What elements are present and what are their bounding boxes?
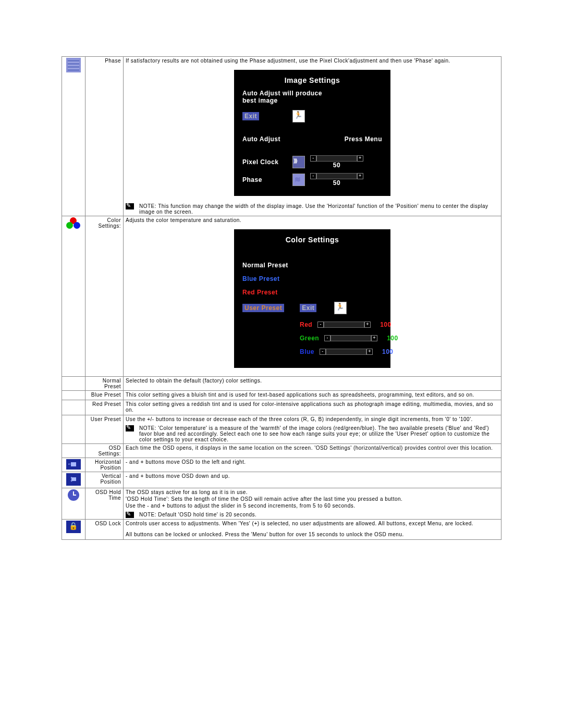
color-icon (66, 217, 81, 229)
pixelclock-icon (292, 156, 305, 168)
osd1-title: Image Settings (242, 76, 382, 90)
osd1-press: Press Menu (345, 135, 382, 143)
osd-text: Each time the OSD opens, it displays in … (126, 445, 499, 451)
note-icon (126, 203, 134, 209)
phase-slider: -+ 50 (310, 173, 363, 187)
lock-t1: Controls user access to adjustments. Whe… (126, 521, 499, 526)
spec-table: Phase If satisfactory results are not ob… (62, 56, 501, 540)
osd2-rv: 100 (380, 321, 391, 328)
osd2-exit: Exit (300, 304, 316, 312)
phase-note: NOTE: This function may change the width… (139, 203, 499, 215)
user-note: NOTE: 'Color temperature' is a measure o… (139, 425, 499, 442)
hold-t2: 'OSD Hold Time': Sets the length of time… (126, 496, 499, 502)
blue-text: This color setting gives a bluish tint a… (126, 392, 499, 398)
lock-label: OSD Lock (85, 520, 124, 540)
osd2-normal: Normal Preset (242, 262, 288, 269)
red-text: This color setting gives a reddish tint … (126, 401, 499, 413)
phase-mini-icon (292, 174, 305, 186)
osd2-b: Blue (300, 348, 314, 355)
osd2-gv: 100 (387, 335, 398, 342)
exit-icon (292, 110, 305, 122)
osd2-user: User Preset (242, 304, 284, 312)
phase-icon (66, 58, 81, 72)
image-settings-osd: Image Settings Auto Adjust will produce … (234, 70, 390, 196)
osd2-g: Green (300, 335, 319, 342)
hold-t3: Use the - and + buttons to adjust the sl… (126, 503, 499, 509)
osd2-r: Red (300, 321, 312, 328)
osd1-msg2: best image (242, 97, 382, 104)
osd1-exit: Exit (242, 112, 259, 120)
red-label: Red Preset (85, 400, 124, 415)
hpos-icon (66, 459, 81, 470)
osd1-auto: Auto Adjust (242, 135, 287, 143)
vpos-icon (66, 473, 81, 486)
normal-label: Normal Preset (85, 377, 124, 391)
osd2-title: Color Settings (242, 236, 382, 249)
hold-note: NOTE: Default 'OSD hold time' is 20 seco… (139, 512, 256, 518)
clock-icon (68, 489, 79, 501)
normal-text: Selected to obtain the default (factory)… (126, 378, 499, 384)
osd2-red: Red Preset (242, 289, 278, 296)
lock-t2: All buttons can be locked or unlocked. P… (126, 532, 499, 537)
user-label: User Preset (85, 415, 124, 444)
color-settings-osd: Color Settings Normal Preset Blue Preset… (234, 229, 390, 368)
exit-icon-2 (334, 302, 347, 314)
blue-slider: -+ (320, 349, 373, 355)
osd1-pclock: Pixel Clock (242, 158, 287, 166)
phase-label: Phase (85, 57, 124, 216)
hpos-text: - and + buttons move OSD to the left and… (126, 459, 499, 465)
osd1-msg1: Auto Adjust will produce (242, 90, 382, 97)
user-text: Use the +/- buttons to increase or decre… (126, 416, 499, 422)
osd-label: OSD Settings: (85, 444, 124, 458)
pclock-slider: -+ 50 (310, 155, 363, 169)
osd1-phase: Phase (242, 176, 287, 183)
red-slider: -+ (317, 322, 371, 328)
hold-label: OSD Hold Time (85, 488, 124, 520)
lock-icon (66, 521, 81, 533)
note-icon (126, 425, 134, 431)
color-label: Color Settings: (85, 216, 124, 377)
color-text: Adjusts the color temperature and satura… (126, 217, 499, 223)
hpos-label: Horizontal Position (85, 458, 124, 472)
note-icon (126, 512, 134, 518)
vpos-label: Vertical Position (85, 472, 124, 488)
hold-t1: The OSD stays active for as long as it i… (126, 489, 499, 495)
osd2-bv: 100 (382, 348, 394, 355)
green-slider: -+ (324, 335, 377, 341)
vpos-text: - and + buttons move OSD down and up. (126, 473, 499, 479)
blue-label: Blue Preset (85, 391, 124, 400)
osd2-blue: Blue Preset (242, 275, 280, 282)
phase-text: If satisfactory results are not obtained… (126, 58, 499, 64)
